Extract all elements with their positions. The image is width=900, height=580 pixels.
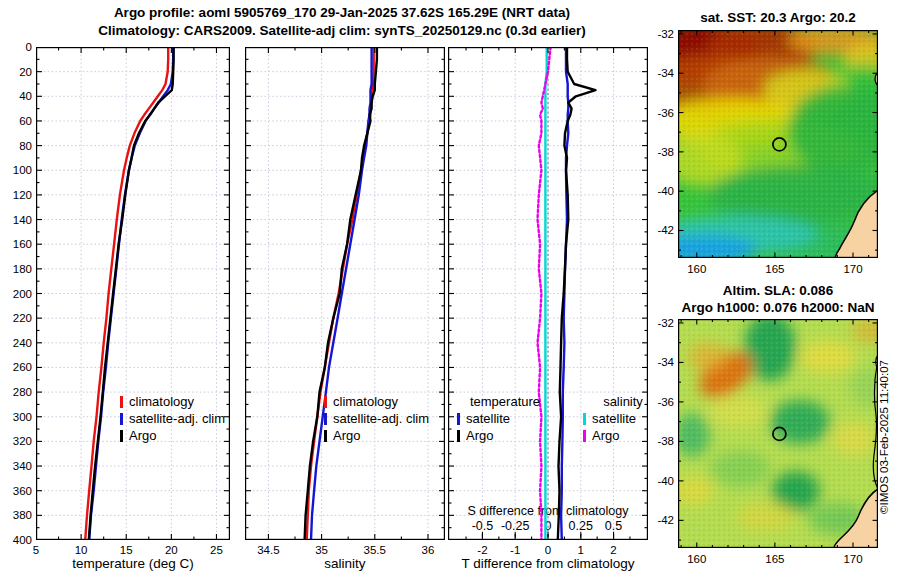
gridlines: [245, 47, 445, 540]
x-tick-label: 2: [592, 543, 636, 557]
depth-tick-label: 380: [0, 508, 32, 522]
difference_profile-canvas: [448, 47, 648, 540]
depth-tick-label: 300: [0, 410, 32, 424]
gridlines: [36, 47, 230, 540]
depth-tick-label: 100: [0, 163, 32, 177]
x-tick-label: 35.5: [353, 543, 397, 557]
argo-line-swatch: [120, 430, 123, 442]
x-tick-label: 34.5: [246, 543, 290, 557]
t-difference-axis-label: T difference from climatology: [448, 556, 648, 571]
longitude-tick-label: 165: [753, 552, 797, 566]
series-satellite-s-: [545, 47, 546, 540]
depth-tick-label: 260: [0, 360, 32, 374]
argo-s-line-swatch: [583, 430, 586, 442]
legend-label: Argo: [466, 428, 493, 443]
x-tick-label: 15: [104, 543, 148, 557]
difference-legend-salinity: salinity satellite Argo: [583, 393, 663, 444]
pixel-noise-overlay: [678, 319, 878, 548]
satellite-t-line-swatch: [457, 413, 460, 425]
axis-ticks: [245, 47, 445, 540]
legend-column-header: salinity: [583, 393, 663, 410]
figure-title: Argo profile: aoml 5905769_170 29-Jan-20…: [0, 5, 684, 20]
legend-item: Argo: [583, 427, 663, 444]
depth-tick-label: 20: [0, 65, 32, 79]
depth-tick-label: 200: [0, 287, 32, 301]
depth-tick-label: 240: [0, 336, 32, 350]
panel-border: [246, 48, 445, 540]
figure-subtitle: Climatology: CARS2009. Satellite-adj cli…: [0, 23, 684, 38]
depth-tick-label: 280: [0, 385, 32, 399]
x-tick-label: 10: [59, 543, 103, 557]
longitude-tick-label: 170: [831, 262, 875, 276]
temperature-legend: climatology satellite-adj. clim Argo: [120, 393, 230, 444]
longitude-tick-label: 160: [675, 552, 719, 566]
depth-tick-label: 40: [0, 89, 32, 103]
x-tick-label: 35: [300, 543, 344, 557]
climatology-line-swatch: [324, 396, 327, 408]
x-tick-label: 36: [406, 543, 450, 557]
depth-tick-label: 220: [0, 311, 32, 325]
longitude-tick-label: 165: [753, 262, 797, 276]
pixel-noise-overlay: [678, 30, 878, 258]
depth-tick-label: 360: [0, 484, 32, 498]
argo-t-line-swatch: [457, 430, 460, 442]
legend-label: climatology: [333, 394, 398, 409]
x-tick-label: 20: [149, 543, 193, 557]
legend-item: Argo: [324, 427, 445, 444]
legend-label: Argo: [129, 428, 156, 443]
depth-tick-label: 180: [0, 262, 32, 276]
legend-label: climatology: [129, 394, 194, 409]
difference-legend-temperature: temperature satellite Argo: [457, 393, 553, 444]
sla-map-subtitle: Argo h1000: 0.076 h2000: NaN: [658, 300, 898, 315]
sla-map: [678, 319, 878, 548]
temperature_profile-canvas: [36, 47, 230, 540]
legend-label: satellite-adj. clim: [333, 411, 429, 426]
salinity_profile-canvas: [245, 47, 445, 540]
sst-map-title: sat. SST: 20.3 Argo: 20.2: [658, 10, 898, 25]
satellite-clim-line-swatch: [120, 413, 123, 425]
longitude-tick-label: 170: [831, 552, 875, 566]
depth-tick-label: 140: [0, 213, 32, 227]
legend-label: Argo: [592, 428, 619, 443]
salinity-legend: climatology satellite-adj. clim Argo: [324, 393, 445, 444]
satellite-s-line-swatch: [583, 413, 586, 425]
legend-item: Argo: [457, 427, 553, 444]
legend-item: satellite-adj. clim: [324, 410, 445, 427]
sst-map: [678, 30, 878, 258]
legend-item: satellite-adj. clim: [120, 410, 230, 427]
depth-tick-label: 340: [0, 459, 32, 473]
latitude-tick-label: -32: [638, 27, 674, 41]
series-argo-s-: [538, 47, 551, 540]
legend-label: satellite: [466, 411, 510, 426]
legend-label: satellite-adj. clim: [129, 411, 225, 426]
legend-item: satellite: [583, 410, 663, 427]
argo-profile-figure: Argo profile: aoml 5905769_170 29-Jan-20…: [0, 0, 900, 580]
legend-label: Argo: [333, 428, 360, 443]
climatology-line-swatch: [120, 396, 123, 408]
sla-map-title: Altim. SLA: 0.086: [658, 283, 898, 298]
x-tick-label: 25: [194, 543, 238, 557]
legend-item: Argo: [120, 427, 230, 444]
series-satellite-adj-clim: [89, 47, 173, 540]
depth-tick-label: 60: [0, 114, 32, 128]
salinity-axis-label: salinity: [245, 556, 445, 571]
longitude-tick-label: 160: [675, 262, 719, 276]
legend-label: satellite: [592, 411, 636, 426]
legend-item: climatology: [324, 393, 445, 410]
depth-tick-label: 0: [0, 40, 32, 54]
imos-watermark: ©IMOS 03-Feb-2025 11:40:07: [878, 360, 890, 514]
satellite-clim-line-swatch: [324, 413, 327, 425]
legend-item: climatology: [120, 393, 230, 410]
legend-item: satellite: [457, 410, 553, 427]
depth-tick-label: 160: [0, 237, 32, 251]
legend-column-header: temperature: [457, 393, 553, 410]
argo-line-swatch: [324, 430, 327, 442]
temperature-axis-label: temperature (deg C): [36, 556, 230, 571]
depth-tick-label: 120: [0, 188, 32, 202]
depth-tick-label: 80: [0, 139, 32, 153]
depth-tick-label: 400: [0, 533, 32, 547]
depth-tick-label: 320: [0, 434, 32, 448]
